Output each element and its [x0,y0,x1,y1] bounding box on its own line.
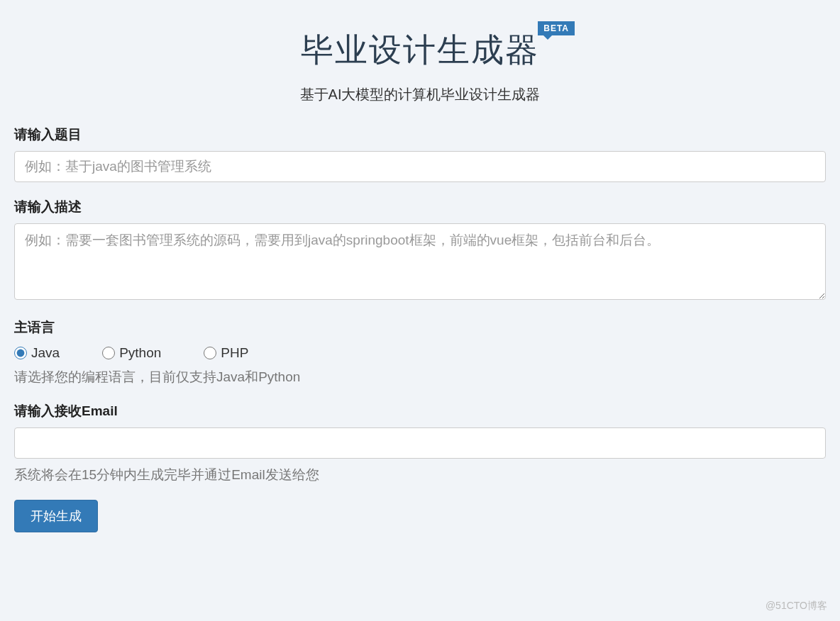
title-form-group: 请输入题目 [14,125,826,182]
email-help-text: 系统将会在15分钟内生成完毕并通过Email发送给您 [14,466,826,484]
language-radio-group: Java Python PHP [14,345,826,361]
email-label: 请输入接收Email [14,402,826,420]
language-radio-python[interactable] [102,347,115,359]
language-radio-java[interactable] [14,347,27,359]
language-label: 主语言 [14,318,826,337]
email-form-group: 请输入接收Email 系统将会在15分钟内生成完毕并通过Email发送给您 [14,402,826,484]
page-subtitle: 基于AI大模型的计算机毕业设计生成器 [14,85,826,104]
beta-badge: BETA [538,21,575,35]
watermark: @51CTO博客 [766,600,827,612]
language-option-python[interactable]: Python [102,345,161,361]
language-option-php[interactable]: PHP [204,345,248,361]
language-radio-python-label: Python [119,345,161,361]
page-header: 毕业设计生成器 BETA 基于AI大模型的计算机毕业设计生成器 [14,14,826,125]
description-form-group: 请输入描述 [14,198,826,303]
title-label: 请输入题目 [14,125,826,144]
language-form-group: 主语言 Java Python PHP 请选择您的编程语言，目前仅支持Java和… [14,318,826,386]
language-help-text: 请选择您的编程语言，目前仅支持Java和Python [14,368,826,386]
language-option-java[interactable]: Java [14,345,60,361]
page-title: 毕业设计生成器 [301,28,539,72]
title-input[interactable] [14,151,826,182]
submit-button[interactable]: 开始生成 [14,500,98,532]
description-input[interactable] [14,223,826,300]
language-radio-php-label: PHP [221,345,248,361]
language-radio-php[interactable] [204,347,216,359]
description-label: 请输入描述 [14,198,826,216]
email-input[interactable] [14,427,826,459]
language-radio-java-label: Java [31,345,60,361]
